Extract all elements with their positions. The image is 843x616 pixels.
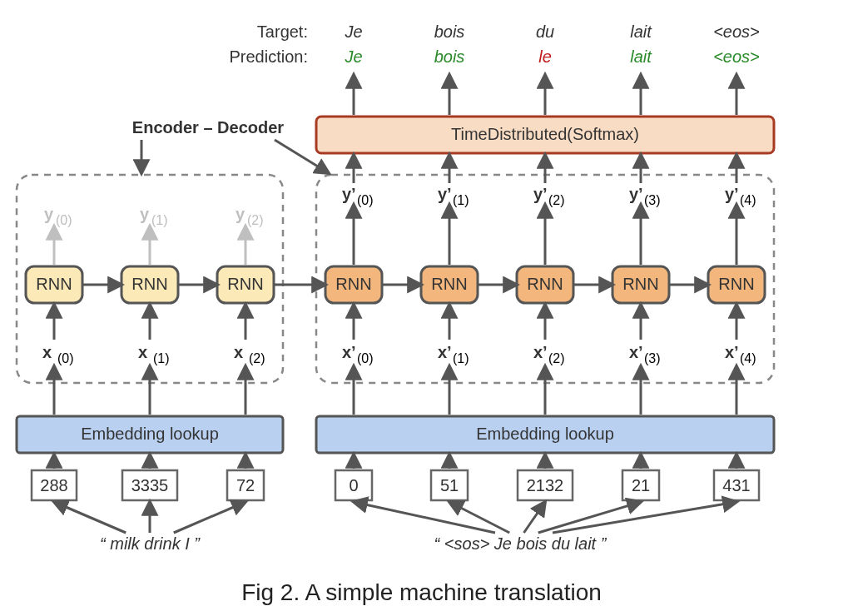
rnn-label: RNN	[527, 275, 563, 293]
encoder-x-label-sub: (1)	[153, 351, 170, 365]
title-label: Encoder – Decoder	[132, 118, 285, 137]
embedding-label: Embedding lookup	[81, 425, 219, 443]
prediction-header: Prediction:	[230, 47, 309, 66]
encoder-y-sub: (1)	[151, 213, 168, 227]
decoder-x-label-sub: (3)	[644, 351, 661, 365]
svg-line-57	[538, 502, 641, 533]
decoder-y-sub: (1)	[453, 193, 469, 207]
svg-line-58	[553, 502, 736, 533]
encoder-y-sub: (0)	[56, 213, 72, 227]
embedding-label: Embedding lookup	[476, 425, 614, 443]
decoder-y-sub: (0)	[357, 193, 374, 207]
decoder-x-label-sub: (0)	[357, 351, 374, 365]
rnn-label: RNN	[718, 275, 754, 293]
prediction-token: bois	[434, 47, 465, 66]
decoder-x-label-sub: (1)	[453, 351, 469, 365]
encoder-y-label: y	[140, 205, 150, 223]
decoder-y-label: y’	[438, 185, 452, 203]
decoder-y-label: y’	[533, 185, 548, 203]
decoder-y-sub: (4)	[740, 193, 756, 207]
encoder-y-sub: (2)	[247, 213, 264, 227]
rnn-label: RNN	[131, 275, 167, 293]
svg-line-56	[524, 502, 546, 533]
prediction-token: Je	[344, 47, 362, 66]
token-id-value: 3335	[131, 476, 169, 494]
encoder-input-phrase: “ milk drink I ”	[100, 534, 201, 553]
decoder-input-phrase: “ <sos> Je bois du lait ”	[434, 534, 607, 553]
decoder-y-label: y’	[725, 185, 739, 203]
encoder-y-label: y	[236, 205, 245, 223]
softmax-label: TimeDistributed(Softmax)	[451, 125, 639, 143]
encoder-x-label-sub: (0)	[57, 351, 74, 365]
target-token: lait	[630, 22, 652, 41]
rnn-label: RNN	[227, 275, 263, 293]
token-id-value: 288	[40, 476, 67, 494]
target-token: bois	[434, 22, 465, 41]
encoder-x-label-sub: (2)	[249, 351, 265, 365]
rnn-label: RNN	[335, 275, 371, 293]
encoder-y-label: y	[44, 205, 54, 223]
token-id-value: 2132	[527, 476, 564, 494]
svg-line-51	[54, 502, 126, 533]
token-id-value: 21	[632, 476, 650, 494]
rnn-label: RNN	[431, 275, 467, 293]
svg-line-53	[174, 502, 245, 533]
token-id-value: 51	[440, 476, 459, 494]
figure-caption: Fig 2. A simple machine translation	[0, 579, 843, 606]
svg-line-54	[354, 502, 495, 533]
rnn-label: RNN	[622, 275, 658, 293]
decoder-x-label: x’	[438, 343, 452, 361]
decoder-x-label-sub: (4)	[740, 351, 756, 365]
decoder-x-label: x’	[342, 343, 356, 361]
target-token: Je	[344, 22, 362, 41]
target-token: <eos>	[713, 22, 760, 41]
target-token: du	[536, 22, 554, 41]
rnn-label: RNN	[36, 275, 72, 293]
prediction-token: le	[538, 47, 552, 66]
decoder-y-sub: (3)	[644, 193, 661, 207]
token-id-value: 0	[349, 476, 358, 494]
encoder-x-label: x	[234, 343, 243, 361]
token-id-value: 431	[722, 476, 750, 494]
token-id-value: 72	[236, 476, 255, 494]
decoder-x-label: x’	[533, 343, 548, 361]
decoder-x-label: x’	[725, 343, 739, 361]
decoder-y-label: y’	[629, 185, 643, 203]
prediction-token: lait	[630, 47, 652, 66]
diagram: Encoder – DecoderTimeDistributed(Softmax…	[0, 0, 843, 583]
encoder-x-label: x	[42, 343, 52, 361]
prediction-token: <eos>	[713, 47, 760, 66]
decoder-x-label: x’	[629, 343, 643, 361]
decoder-x-label-sub: (2)	[548, 351, 565, 365]
decoder-y-sub: (2)	[548, 193, 565, 207]
encoder-x-label: x	[138, 343, 147, 361]
target-header: Target:	[257, 22, 308, 41]
decoder-y-label: y’	[342, 185, 356, 203]
